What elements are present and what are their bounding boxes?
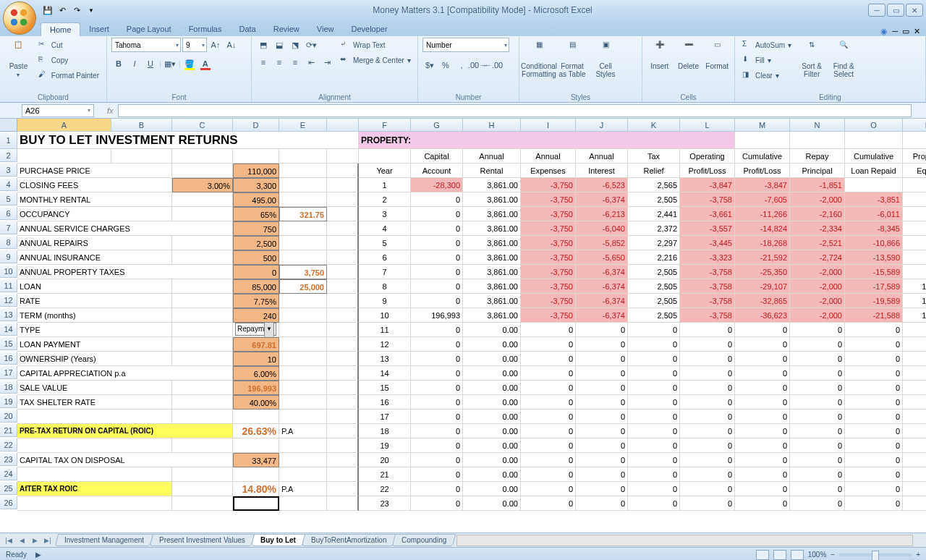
- format-as-table-button[interactable]: ▤Format as Table: [557, 38, 587, 78]
- data-cell[interactable]: -17,589: [845, 279, 903, 294]
- year-cell[interactable]: 11: [359, 323, 411, 337]
- col-header[interactable]: D: [233, 119, 279, 132]
- data-cell[interactable]: -5,852: [576, 236, 628, 250]
- data-cell[interactable]: 0: [411, 410, 463, 424]
- sheet-tab[interactable]: BuyToRentAmortization: [301, 534, 396, 546]
- col-header[interactable]: [327, 119, 359, 132]
- data-cell[interactable]: 2,505: [628, 265, 680, 279]
- data-cell[interactable]: -3,758: [680, 308, 735, 323]
- data-cell[interactable]: 0: [680, 337, 735, 352]
- data-cell[interactable]: 0: [903, 438, 926, 453]
- data-cell[interactable]: -32,865: [735, 294, 790, 308]
- col-header[interactable]: E: [279, 119, 327, 132]
- clear-button[interactable]: ◨Clear ▾: [739, 68, 794, 82]
- zoom-in-icon[interactable]: +: [916, 551, 920, 559]
- data-cell[interactable]: 0: [576, 352, 628, 366]
- font-name-dropdown[interactable]: Tahoma: [111, 38, 181, 52]
- param-extra[interactable]: [279, 178, 327, 192]
- data-cell[interactable]: 0: [628, 410, 680, 424]
- data-cell[interactable]: 0: [845, 381, 903, 395]
- data-cell[interactable]: 0: [521, 381, 576, 395]
- data-cell[interactable]: 3,861.00: [463, 250, 521, 265]
- data-cell[interactable]: 0: [576, 438, 628, 453]
- data-cell[interactable]: -3,750: [521, 308, 576, 323]
- data-cell[interactable]: 0: [628, 352, 680, 366]
- data-cell[interactable]: -3,851: [845, 192, 903, 207]
- param-aux[interactable]: [172, 438, 233, 453]
- param-aux[interactable]: [172, 482, 233, 496]
- data-cell[interactable]: -6,523: [576, 178, 628, 192]
- col-header[interactable]: F: [359, 119, 411, 132]
- data-cell[interactable]: 0: [790, 453, 845, 467]
- currency-icon[interactable]: $▾: [422, 58, 437, 72]
- data-cell[interactable]: 0: [521, 424, 576, 438]
- year-cell[interactable]: 22: [359, 482, 411, 496]
- data-cell[interactable]: 0.00: [463, 453, 521, 467]
- row-header[interactable]: 8: [0, 236, 17, 249]
- tab-formulas[interactable]: Formulas: [180, 22, 231, 36]
- data-cell[interactable]: -36,623: [735, 308, 790, 323]
- data-cell[interactable]: -8,345: [845, 221, 903, 236]
- data-cell[interactable]: -6,213: [576, 207, 628, 221]
- data-cell[interactable]: 0.00: [463, 381, 521, 395]
- col-header[interactable]: N: [790, 119, 845, 132]
- param-value[interactable]: [233, 496, 279, 511]
- data-cell[interactable]: 0: [411, 438, 463, 453]
- maximize-button[interactable]: ▭: [887, 4, 904, 17]
- data-cell[interactable]: 0: [411, 250, 463, 265]
- data-cell[interactable]: 0: [628, 453, 680, 467]
- save-icon[interactable]: 💾: [42, 4, 54, 16]
- param-aux[interactable]: [172, 308, 233, 323]
- data-cell[interactable]: 0: [628, 366, 680, 381]
- row-header[interactable]: 4: [0, 178, 17, 191]
- row-header[interactable]: 9: [0, 250, 17, 263]
- data-cell[interactable]: 0: [521, 467, 576, 482]
- data-cell[interactable]: 0: [903, 366, 926, 381]
- param-extra[interactable]: [279, 410, 327, 424]
- data-cell[interactable]: -3,847: [680, 178, 735, 192]
- tab-review[interactable]: Review: [265, 22, 308, 36]
- align-left-icon[interactable]: ≡: [256, 55, 271, 69]
- data-cell[interactable]: -11,266: [735, 207, 790, 221]
- data-cell[interactable]: 0: [735, 337, 790, 352]
- row-header[interactable]: 11: [0, 279, 17, 292]
- data-cell[interactable]: 95,989: [903, 265, 926, 279]
- data-cell[interactable]: 107,912: [903, 279, 926, 294]
- data-cell[interactable]: 0: [903, 482, 926, 496]
- row-header[interactable]: 6: [0, 207, 17, 220]
- data-cell[interactable]: -6,011: [845, 207, 903, 221]
- data-cell[interactable]: 73,071: [903, 236, 926, 250]
- data-cell[interactable]: -3,750: [521, 250, 576, 265]
- data-cell[interactable]: 0: [845, 438, 903, 453]
- param-aux[interactable]: [172, 207, 233, 221]
- zoom-level[interactable]: 100%: [808, 551, 827, 559]
- undo-icon[interactable]: ↶: [56, 4, 68, 16]
- redo-icon[interactable]: ↷: [71, 4, 82, 16]
- data-cell[interactable]: 0: [680, 381, 735, 395]
- year-cell[interactable]: 18: [359, 424, 411, 438]
- data-cell[interactable]: 0: [903, 381, 926, 395]
- data-cell[interactable]: 0: [903, 352, 926, 366]
- col-header[interactable]: G: [411, 119, 463, 132]
- data-cell[interactable]: 0: [845, 410, 903, 424]
- row-header[interactable]: 2: [0, 149, 17, 162]
- param-extra[interactable]: [279, 453, 327, 467]
- delete-cells-button[interactable]: ➖Delete: [676, 38, 702, 70]
- year-cell[interactable]: 17: [359, 410, 411, 424]
- normal-view-icon[interactable]: [756, 550, 769, 560]
- data-cell[interactable]: 3,861.00: [463, 236, 521, 250]
- data-cell[interactable]: 0: [790, 410, 845, 424]
- data-cell[interactable]: 3,861.00: [463, 192, 521, 207]
- sheet-tab[interactable]: Compounding: [392, 534, 456, 546]
- qat-dropdown-icon[interactable]: ▼: [85, 4, 97, 16]
- sort-filter-button[interactable]: ⇅Sort & Filter: [797, 38, 826, 78]
- data-cell[interactable]: 0: [903, 453, 926, 467]
- data-cell[interactable]: -10,866: [845, 236, 903, 250]
- data-cell[interactable]: 0: [628, 482, 680, 496]
- data-cell[interactable]: 0: [411, 496, 463, 511]
- year-cell[interactable]: 12: [359, 337, 411, 352]
- data-cell[interactable]: -5,650: [576, 250, 628, 265]
- param-extra[interactable]: [279, 467, 327, 482]
- data-cell[interactable]: 0: [411, 395, 463, 410]
- year-cell[interactable]: 5: [359, 236, 411, 250]
